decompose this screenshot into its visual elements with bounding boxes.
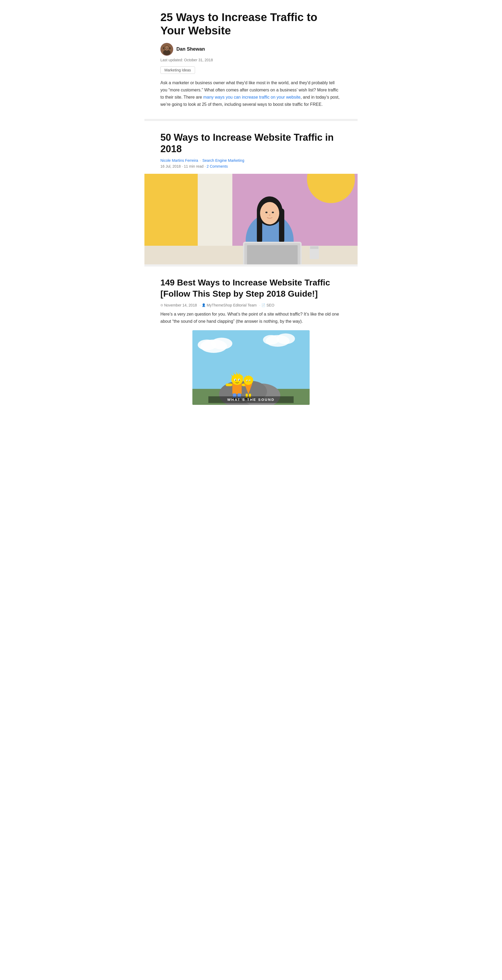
svg-rect-17 <box>279 208 284 243</box>
article-2-meta-row: Nicole Martins Ferreira · Search Engine … <box>160 158 342 162</box>
article-2: 50 Ways to Increase Website Traffic in 2… <box>145 121 357 267</box>
svg-point-19 <box>265 212 267 213</box>
svg-point-20 <box>272 212 274 213</box>
article-3: 149 Best Ways to Increase Website Traffi… <box>145 267 357 410</box>
author-row: Dan Shewan <box>160 43 342 56</box>
svg-point-3 <box>165 46 169 51</box>
svg-rect-4 <box>163 47 164 49</box>
article-1-tag[interactable]: Marketing Ideas <box>160 66 195 74</box>
svg-rect-54 <box>226 383 232 386</box>
svg-point-21 <box>269 215 270 216</box>
svg-point-65 <box>249 380 250 382</box>
svg-text:WHAT'S THE SOUND: WHAT'S THE SOUND <box>227 398 275 402</box>
user-icon: 👤 <box>202 303 206 307</box>
author-name: Dan Shewan <box>176 46 205 52</box>
article-1: 25 Ways to Increase Traffic to Your Webs… <box>145 0 357 121</box>
avatar <box>160 43 173 56</box>
clock-icon: ⊙ <box>160 303 163 307</box>
article-2-author[interactable]: Nicole Martins Ferreira <box>160 158 198 162</box>
svg-point-48 <box>235 380 236 380</box>
article-1-title: 25 Ways to Increase Traffic to Your Webs… <box>160 11 342 38</box>
article-2-comments[interactable]: 2 Comments <box>207 164 228 169</box>
svg-point-30 <box>198 340 216 350</box>
svg-point-18 <box>260 202 279 224</box>
svg-point-32 <box>276 333 295 344</box>
excerpt-link[interactable]: many ways you can increase traffic on yo… <box>203 95 300 99</box>
doc-icon: 📄 <box>261 303 265 307</box>
svg-point-64 <box>247 380 248 382</box>
article-1-excerpt: Ask a marketer or business owner what th… <box>160 79 342 108</box>
svg-point-49 <box>239 380 240 380</box>
article-2-title: 50 Ways to Increase Website Traffic in 2… <box>160 132 342 154</box>
svg-point-7 <box>168 48 168 49</box>
svg-rect-5 <box>170 47 170 49</box>
article-3-meta: ⊙ November 14, 2018 · 👤 MyThemeShop Edit… <box>160 303 342 307</box>
svg-point-6 <box>165 48 166 49</box>
article-2-info: 16 Jul, 2018 · 11 min read · 2 Comments <box>160 164 342 169</box>
article-3-title: 149 Best Ways to Increase Website Traffi… <box>160 277 342 299</box>
svg-rect-24 <box>247 245 298 264</box>
svg-rect-26 <box>310 246 318 249</box>
article-2-image <box>145 174 357 264</box>
article-3-excerpt: Here’s a very zen question for you. What… <box>160 310 342 325</box>
svg-point-33 <box>263 335 279 345</box>
article-3-image: WHAT'S THE SOUND <box>192 330 310 405</box>
last-updated: Last updated: October 31, 2018 <box>160 58 342 62</box>
article-2-category[interactable]: Search Engine Marketing <box>202 158 244 162</box>
